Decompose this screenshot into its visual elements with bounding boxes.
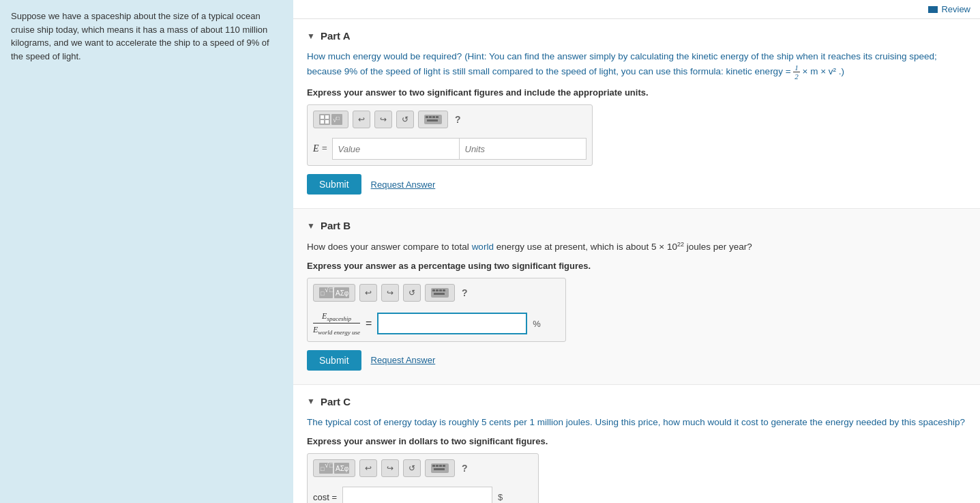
part-b-numerator-sub: spaceship bbox=[327, 316, 351, 323]
part-c-refresh-btn[interactable]: ↺ bbox=[403, 459, 421, 477]
part-a-express: Express your answer to two significant f… bbox=[307, 87, 966, 98]
part-c-toolbar: □ √ □ ΑΣφ ↩ ↪ ↺ bbox=[313, 459, 533, 481]
main-content: Review ▼ Part A How much energy would be… bbox=[293, 0, 980, 503]
part-b-answer-input[interactable] bbox=[377, 313, 527, 334]
part-a-value-input[interactable] bbox=[332, 138, 460, 160]
svg-rect-34 bbox=[436, 465, 439, 467]
svg-rect-36 bbox=[443, 465, 445, 467]
sidebar-text: Suppose we have a spaceship about the si… bbox=[11, 10, 282, 63]
part-b-request-link[interactable]: Request Answer bbox=[371, 355, 436, 365]
part-b-numerator: Espaceship bbox=[322, 311, 351, 322]
part-a-collapse[interactable]: ▼ bbox=[307, 31, 315, 41]
part-c-help-btn[interactable]: ? bbox=[459, 463, 471, 474]
part-b-fraction: Espaceship Eworld energy use bbox=[313, 311, 360, 336]
part-a-question: How much energy would be required? (Hint… bbox=[307, 50, 966, 81]
part-b-help-btn[interactable]: ? bbox=[459, 287, 471, 298]
review-bar: Review bbox=[293, 0, 980, 19]
part-b-collapse[interactable]: ▼ bbox=[307, 221, 315, 231]
svg-text:□: □ bbox=[329, 462, 333, 469]
part-b-question: How does your answer compare to total wo… bbox=[307, 240, 966, 254]
part-c-title: Part C bbox=[321, 396, 351, 407]
part-c-express: Express your answer in dollars to two si… bbox=[307, 436, 966, 446]
part-b-denom-sub: world energy use bbox=[318, 329, 360, 336]
part-b-actions: Submit Request Answer bbox=[307, 350, 966, 371]
sidebar: Suppose we have a spaceship about the si… bbox=[0, 0, 293, 503]
part-a-answer-box: √ □ ↩ ↪ ↺ ? bbox=[307, 104, 593, 166]
part-b-redo-btn[interactable]: ↪ bbox=[381, 284, 399, 302]
part-b-refresh-btn[interactable]: ↺ bbox=[403, 284, 421, 302]
part-a-submit-btn[interactable]: Submit bbox=[307, 174, 361, 195]
svg-rect-23 bbox=[439, 289, 442, 291]
part-a-toolbar-btn1[interactable]: √ □ bbox=[313, 111, 348, 128]
part-b-percent-symbol: % bbox=[533, 319, 541, 329]
svg-rect-22 bbox=[436, 289, 439, 291]
svg-text:ΑΣφ: ΑΣφ bbox=[336, 289, 349, 297]
svg-rect-25 bbox=[434, 293, 445, 295]
svg-text:√: √ bbox=[325, 287, 329, 293]
part-a-toolbar: √ □ ↩ ↪ ↺ ? bbox=[313, 111, 586, 132]
part-b-matrix-icon: □ √ □ ΑΣφ bbox=[318, 287, 350, 299]
part-b-equals: = bbox=[366, 317, 372, 330]
part-c-cost-input[interactable] bbox=[342, 487, 492, 503]
part-c-header: ▼ Part C bbox=[307, 396, 966, 407]
part-a-refresh-btn[interactable]: ↺ bbox=[396, 111, 414, 128]
part-c-section: ▼ Part C The typical cost of energy toda… bbox=[293, 385, 980, 503]
part-a-request-link[interactable]: Request Answer bbox=[371, 179, 436, 190]
part-c-collapse[interactable]: ▼ bbox=[307, 397, 315, 406]
part-b-submit-btn[interactable]: Submit bbox=[307, 350, 361, 371]
part-c-dollar-label: $ bbox=[498, 492, 503, 502]
svg-rect-9 bbox=[426, 116, 428, 118]
svg-rect-35 bbox=[439, 465, 442, 467]
part-c-cost-label: cost = bbox=[313, 492, 337, 502]
part-a-header: ▼ Part A bbox=[307, 30, 966, 42]
svg-rect-3 bbox=[321, 120, 324, 124]
matrix-icon: √ □ bbox=[318, 113, 343, 126]
fraction-half: 1 2 bbox=[793, 63, 800, 81]
part-c-matrix-icon: □ √ □ ΑΣφ bbox=[318, 462, 350, 474]
part-b-toolbar-btn1[interactable]: □ √ □ ΑΣφ bbox=[313, 284, 355, 302]
part-a-help-btn[interactable]: ? bbox=[452, 114, 464, 125]
part-b-toolbar: □ √ □ ΑΣφ ↩ ↪ ↺ bbox=[313, 284, 560, 306]
svg-rect-12 bbox=[436, 116, 439, 118]
svg-rect-11 bbox=[432, 116, 435, 118]
part-a-redo-btn[interactable]: ↪ bbox=[374, 111, 392, 128]
svg-rect-37 bbox=[434, 468, 445, 470]
part-b-fraction-row: Espaceship Eworld energy use = % bbox=[313, 311, 560, 336]
part-c-keyboard-btn[interactable] bbox=[425, 459, 455, 477]
part-b-exp: 22 bbox=[677, 240, 684, 247]
part-b-keyboard-btn[interactable] bbox=[425, 284, 455, 302]
review-icon bbox=[928, 6, 938, 13]
svg-rect-21 bbox=[432, 289, 435, 291]
svg-rect-10 bbox=[429, 116, 432, 118]
part-b-keyboard-icon bbox=[430, 287, 449, 298]
part-c-toolbar-btn1[interactable]: □ √ □ ΑΣφ bbox=[313, 459, 355, 477]
part-a-keyboard-btn[interactable] bbox=[418, 111, 448, 128]
part-a-undo-btn[interactable]: ↩ bbox=[353, 111, 370, 128]
part-c-keyboard-icon bbox=[430, 463, 449, 474]
review-link[interactable]: Review bbox=[928, 4, 970, 14]
part-a-actions: Submit Request Answer bbox=[307, 174, 966, 195]
part-a-section: ▼ Part A How much energy would be requir… bbox=[293, 19, 980, 209]
svg-rect-13 bbox=[427, 119, 438, 121]
part-c-question: The typical cost of energy today is roug… bbox=[307, 416, 966, 429]
part-c-undo-btn[interactable]: ↩ bbox=[359, 459, 377, 477]
part-a-eq-label: E = bbox=[313, 143, 328, 154]
part-b-denominator: Eworld energy use bbox=[313, 323, 360, 336]
svg-text:□: □ bbox=[336, 115, 340, 121]
part-a-input-row: E = bbox=[313, 138, 586, 160]
svg-text:ΑΣφ: ΑΣφ bbox=[336, 465, 349, 472]
part-b-express: Express your answer as a percentage usin… bbox=[307, 261, 966, 271]
part-b-undo-btn[interactable]: ↩ bbox=[359, 284, 377, 302]
svg-rect-1 bbox=[321, 115, 324, 119]
part-b-answer-box: □ √ □ ΑΣφ ↩ ↪ ↺ bbox=[307, 278, 566, 342]
part-c-redo-btn[interactable]: ↪ bbox=[381, 459, 399, 477]
part-a-title: Part A bbox=[321, 30, 351, 42]
svg-rect-2 bbox=[325, 115, 329, 119]
part-c-answer-box: □ √ □ ΑΣφ ↩ ↪ ↺ bbox=[307, 453, 539, 503]
part-b-section: ▼ Part B How does your answer compare to… bbox=[293, 209, 980, 385]
svg-rect-24 bbox=[443, 289, 445, 291]
part-b-header: ▼ Part B bbox=[307, 220, 966, 231]
part-a-units-input[interactable] bbox=[460, 138, 586, 160]
svg-rect-33 bbox=[432, 465, 435, 467]
keyboard-icon bbox=[424, 114, 443, 125]
